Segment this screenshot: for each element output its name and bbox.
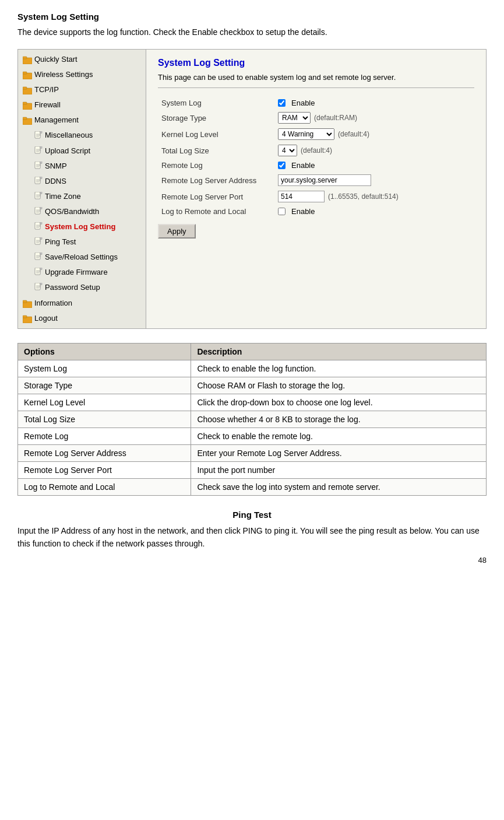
description-col-header: Description	[191, 343, 487, 360]
sidebar-item-firewall[interactable]: Firewall	[18, 97, 146, 113]
apply-button[interactable]: Apply	[158, 224, 196, 239]
table-row: Remote LogCheck to enable the remote log…	[18, 427, 487, 444]
remote-log-row: Remote Log Enable	[158, 159, 474, 172]
svg-rect-12	[40, 131, 42, 133]
option-cell: Storage Type	[18, 377, 191, 394]
log-to-remote-local-checkbox-label: Enable	[291, 207, 315, 216]
sidebar-item-label-logout: Logout	[34, 312, 58, 325]
storage-type-label: Storage Type	[158, 110, 274, 126]
option-cell: Total Log Size	[18, 411, 191, 427]
option-cell: Remote Log	[18, 427, 191, 444]
storage-type-select[interactable]: RAM Flash	[278, 112, 311, 124]
folder-icon	[23, 101, 32, 109]
sidebar-item-snmp[interactable]: SNMP	[18, 159, 146, 174]
sidebar-item-management[interactable]: Management	[18, 113, 146, 128]
remote-log-server-port-cell: (1..65535, default:514)	[274, 188, 474, 205]
sidebar-item-label-wireless-settings: Wireless Settings	[34, 68, 93, 81]
sidebar-item-label-system-log-setting: System Log Setting	[45, 220, 115, 233]
total-log-size-hint: (default:4)	[301, 146, 332, 155]
sidebar-item-label-save-reload-settings: Save/Reload Settings	[45, 251, 118, 264]
sidebar-item-ddns[interactable]: DDNS	[18, 174, 146, 189]
storage-type-cell: RAM Flash (default:RAM)	[274, 110, 474, 126]
description-cell: Click the drop-down box to choose one lo…	[191, 394, 487, 411]
sidebar-item-label-snmp: SNMP	[45, 160, 67, 173]
description-cell: Check to enable the log function.	[191, 360, 487, 377]
sidebar-item-save-reload-settings[interactable]: Save/Reload Settings	[18, 250, 146, 265]
kernel-log-level-hint: (default:4)	[338, 130, 369, 138]
doc-icon	[34, 237, 43, 247]
description-cell: Check to enable the remote log.	[191, 427, 487, 444]
description-cell: Choose whether 4 or 8 KB to storage the …	[191, 411, 487, 427]
kernel-log-level-row: Kernel Log Level 0 Emergency 1 Alert 2 C…	[158, 126, 474, 142]
system-log-cell: Enable	[274, 96, 474, 110]
sidebar-item-label-ddns: DDNS	[45, 175, 66, 188]
remote-log-cell: Enable	[274, 159, 474, 172]
doc-icon	[34, 177, 43, 186]
sidebar-item-upgrade-firmware[interactable]: Upgrade Firmware	[18, 265, 146, 280]
sidebar-item-miscellaneous[interactable]: Miscellaneous	[18, 128, 146, 143]
sidebar-item-qos-bandwidth[interactable]: QOS/Bandwidth	[18, 204, 146, 219]
main-area: Quickly Start Wireless Settings TCP/IP F…	[17, 49, 487, 329]
log-to-remote-local-cell: Enable	[274, 205, 474, 218]
remote-log-server-port-input[interactable]	[278, 191, 325, 202]
sidebar-item-label-tcp-ip: TCP/IP	[34, 83, 59, 96]
remote-log-checkbox[interactable]	[278, 162, 286, 169]
right-panel: System Log Setting This page can be used…	[146, 50, 486, 328]
svg-rect-77	[23, 300, 27, 303]
description-cell: Input the port number	[191, 461, 487, 478]
remote-log-checkbox-label: Enable	[291, 161, 315, 170]
table-row: System LogCheck to enable the log functi…	[18, 360, 487, 377]
sidebar-item-upload-script[interactable]: Upload Script	[18, 143, 146, 159]
remote-log-server-address-input[interactable]	[278, 174, 371, 186]
sidebar-item-wireless-settings[interactable]: Wireless Settings	[18, 67, 146, 82]
folder-icon	[23, 314, 32, 323]
doc-icon	[34, 253, 43, 262]
log-to-remote-local-checkbox[interactable]	[278, 208, 286, 215]
kernel-log-level-select[interactable]: 0 Emergency 1 Alert 2 Critical 3 Error 4…	[278, 128, 334, 140]
sidebar-item-system-log-setting[interactable]: System Log Setting	[18, 219, 146, 234]
sidebar-item-tcp-ip[interactable]: TCP/IP	[18, 82, 146, 97]
svg-rect-42	[40, 207, 42, 209]
svg-rect-34	[35, 192, 40, 199]
option-cell: Remote Log Server Address	[18, 444, 191, 461]
folder-icon	[23, 116, 32, 124]
folder-icon	[23, 299, 32, 307]
svg-rect-10	[35, 131, 40, 138]
doc-icon	[34, 222, 43, 232]
sidebar-item-label-miscellaneous: Miscellaneous	[45, 129, 93, 142]
doc-icon	[34, 268, 43, 277]
svg-rect-1	[23, 57, 27, 59]
doc-icon	[34, 131, 43, 141]
sidebar-item-ping-test[interactable]: Ping Test	[18, 234, 146, 250]
description-cell: Check save the log into system and remot…	[191, 478, 487, 495]
ping-test-title: Ping Test	[17, 510, 487, 520]
remote-log-server-port-row: Remote Log Server Port (1..65535, defaul…	[158, 188, 474, 205]
table-row: Log to Remote and LocalCheck save the lo…	[18, 478, 487, 495]
kernel-log-level-cell: 0 Emergency 1 Alert 2 Critical 3 Error 4…	[274, 126, 474, 142]
sidebar-item-information[interactable]: Information	[18, 296, 146, 311]
form-table: System Log Enable Storage Type	[158, 96, 474, 218]
svg-rect-52	[35, 237, 40, 244]
total-log-size-row: Total Log Size 4 8 (default:4)	[158, 142, 474, 159]
sidebar-item-time-zone[interactable]: Time Zone	[18, 189, 146, 204]
folder-icon	[23, 86, 32, 94]
table-row: Remote Log Server AddressEnter your Remo…	[18, 444, 487, 461]
sidebar-item-quickly-start[interactable]: Quickly Start	[18, 52, 146, 67]
sidebar-item-logout[interactable]: Logout	[18, 311, 146, 326]
folder-icon	[23, 71, 32, 79]
svg-rect-22	[35, 162, 40, 169]
svg-rect-3	[23, 72, 27, 74]
svg-rect-30	[40, 177, 42, 178]
sidebar-item-label-quickly-start: Quickly Start	[34, 53, 77, 66]
panel-title: System Log Setting	[158, 58, 474, 68]
sidebar-item-password-setup[interactable]: Password Setup	[18, 280, 146, 295]
option-cell: System Log	[18, 360, 191, 377]
log-to-remote-local-label: Log to Remote and Local	[158, 205, 274, 218]
total-log-size-cell: 4 8 (default:4)	[274, 142, 474, 159]
system-log-checkbox[interactable]	[278, 99, 286, 107]
total-log-size-select[interactable]: 4 8	[278, 145, 297, 156]
description-cell: Choose RAM or Flash to storage the log.	[191, 377, 487, 394]
panel-description: This page can be used to enable system l…	[158, 73, 474, 88]
options-col-header: Options	[18, 343, 191, 360]
svg-rect-70	[35, 283, 40, 290]
